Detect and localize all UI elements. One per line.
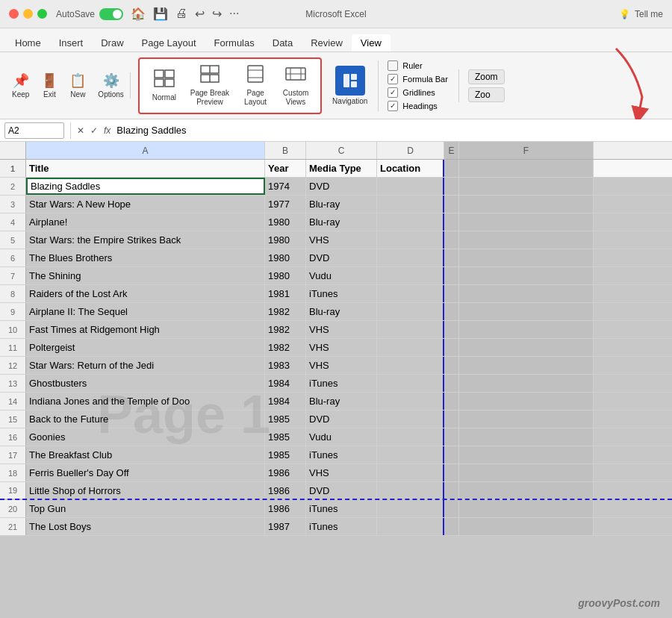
ruler-checkbox[interactable] xyxy=(388,60,398,71)
name-box[interactable]: A2 xyxy=(4,122,64,139)
zoom-fit-button[interactable]: Zoo xyxy=(468,87,505,102)
formulabar-checkbox[interactable] xyxy=(388,74,398,84)
cell-c4[interactable]: Blu-ray xyxy=(306,213,377,231)
cell-a1[interactable]: Title xyxy=(26,160,265,177)
cell-a9[interactable]: Airplane II: The Sequel xyxy=(26,303,265,320)
cell-a2[interactable]: Blazing Saddles xyxy=(26,178,265,195)
pagebreak-view-button[interactable]: Page BreakPreview xyxy=(186,62,234,110)
cell-d4[interactable] xyxy=(377,213,444,231)
col-header-b[interactable]: B xyxy=(265,142,306,159)
pagelayout-view-button[interactable]: PageLayout xyxy=(237,62,274,110)
row-number[interactable]: 17 xyxy=(0,446,26,464)
cell-b12[interactable]: 1983 xyxy=(265,357,306,374)
row-number[interactable]: 13 xyxy=(0,375,26,392)
cancel-formula-icon[interactable]: ✕ xyxy=(77,125,84,136)
headings-toggle[interactable]: Headings xyxy=(388,101,448,111)
row-number[interactable]: 7 xyxy=(0,267,26,284)
tab-view[interactable]: View xyxy=(352,34,391,52)
save-icon[interactable]: 💾 xyxy=(153,7,168,21)
cell-d18[interactable] xyxy=(377,464,444,481)
cell-a12[interactable]: Star Wars: Return of the Jedi xyxy=(26,357,265,374)
cell-a21[interactable]: The Lost Boys xyxy=(26,518,265,535)
cell-d1[interactable]: Location xyxy=(377,160,444,177)
cell-b11[interactable]: 1982 xyxy=(265,339,306,356)
row-number[interactable]: 10 xyxy=(0,321,26,338)
cell-b20[interactable]: 1986 xyxy=(265,500,306,517)
cell-a19[interactable]: Little Shop of Horrors xyxy=(26,482,265,499)
cell-a14[interactable]: Indiana Jones and the Temple of Doo xyxy=(26,393,265,410)
row-number[interactable]: 1 xyxy=(0,160,26,177)
cell-c7[interactable]: Vudu xyxy=(306,267,377,284)
normal-view-button[interactable]: Normal xyxy=(146,66,183,104)
cell-c3[interactable]: Blu-ray xyxy=(306,196,377,213)
new-label[interactable]: New xyxy=(70,90,85,99)
cell-d19[interactable] xyxy=(377,482,444,499)
cell-d11[interactable] xyxy=(377,339,444,356)
cell-c11[interactable]: VHS xyxy=(306,339,377,356)
cell-a16[interactable]: Goonies xyxy=(26,428,265,446)
navigation-button[interactable]: Navigation xyxy=(332,66,367,105)
tell-me-text[interactable]: Tell me xyxy=(635,9,663,19)
cell-a17[interactable]: The Breakfast Club xyxy=(26,446,265,464)
cell-b3[interactable]: 1977 xyxy=(265,196,306,213)
cell-d5[interactable] xyxy=(377,231,444,249)
cell-b14[interactable]: 1984 xyxy=(265,393,306,410)
cell-a5[interactable]: Star Wars: the Empire Strikes Back xyxy=(26,231,265,249)
zoom-button[interactable]: Zoom xyxy=(468,69,505,84)
cell-a4[interactable]: Airplane! xyxy=(26,213,265,231)
row-number[interactable]: 5 xyxy=(0,231,26,249)
cell-d12[interactable] xyxy=(377,357,444,374)
cell-b21[interactable]: 1987 xyxy=(265,518,306,535)
cell-a13[interactable]: Ghostbusters xyxy=(26,375,265,392)
cell-b15[interactable]: 1985 xyxy=(265,411,306,428)
insert-function-icon[interactable]: fx xyxy=(104,125,111,136)
tab-pagelayout[interactable]: Page Layout xyxy=(133,34,205,52)
row-number[interactable]: 2 xyxy=(0,178,26,195)
row-number[interactable]: 15 xyxy=(0,411,26,428)
row-number[interactable]: 6 xyxy=(0,249,26,266)
col-header-c[interactable]: C xyxy=(306,142,377,159)
cell-b9[interactable]: 1982 xyxy=(265,303,306,320)
exit-label[interactable]: Exit xyxy=(43,90,56,99)
cell-c10[interactable]: VHS xyxy=(306,321,377,338)
row-number[interactable]: 21 xyxy=(0,518,26,535)
keep-label[interactable]: Keep xyxy=(12,90,29,99)
home-icon[interactable]: 🏠 xyxy=(131,7,146,21)
cell-a7[interactable]: The Shining xyxy=(26,267,265,284)
col-header-a[interactable]: A xyxy=(26,142,265,159)
row-number[interactable]: 8 xyxy=(0,285,26,302)
tab-data[interactable]: Data xyxy=(264,34,302,52)
row-number[interactable]: 19 xyxy=(0,482,26,499)
cell-c18[interactable]: VHS xyxy=(306,464,377,481)
col-header-f[interactable]: F xyxy=(459,142,594,159)
cell-b7[interactable]: 1980 xyxy=(265,267,306,284)
cell-b4[interactable]: 1980 xyxy=(265,213,306,231)
redo-icon[interactable]: ↪ xyxy=(212,7,222,21)
tab-review[interactable]: Review xyxy=(302,34,352,52)
cell-d9[interactable] xyxy=(377,303,444,320)
cell-b8[interactable]: 1981 xyxy=(265,285,306,302)
cell-b13[interactable]: 1984 xyxy=(265,375,306,392)
row-number[interactable]: 16 xyxy=(0,428,26,446)
cell-b2[interactable]: 1974 xyxy=(265,178,306,195)
cell-d16[interactable] xyxy=(377,428,444,446)
cell-a18[interactable]: Ferris Bueller's Day Off xyxy=(26,464,265,481)
gridlines-toggle[interactable]: Gridlines xyxy=(388,87,448,98)
confirm-formula-icon[interactable]: ✓ xyxy=(90,125,98,136)
cell-c9[interactable]: Blu-ray xyxy=(306,303,377,320)
cell-d8[interactable] xyxy=(377,285,444,302)
cell-c8[interactable]: iTunes xyxy=(306,285,377,302)
print-icon[interactable]: 🖨 xyxy=(175,7,187,21)
cell-a10[interactable]: Fast Times at Ridgemont High xyxy=(26,321,265,338)
cell-d6[interactable] xyxy=(377,249,444,266)
row-number[interactable]: 20 xyxy=(0,500,26,517)
tab-draw[interactable]: Draw xyxy=(92,34,132,52)
tab-home[interactable]: Home xyxy=(6,34,50,52)
cell-c21[interactable]: iTunes xyxy=(306,518,377,535)
cell-d21[interactable] xyxy=(377,518,444,535)
cell-b16[interactable]: 1985 xyxy=(265,428,306,446)
formula-input[interactable] xyxy=(113,122,668,139)
row-number[interactable]: 9 xyxy=(0,303,26,320)
cell-c5[interactable]: VHS xyxy=(306,231,377,249)
cell-a11[interactable]: Poltergeist xyxy=(26,339,265,356)
